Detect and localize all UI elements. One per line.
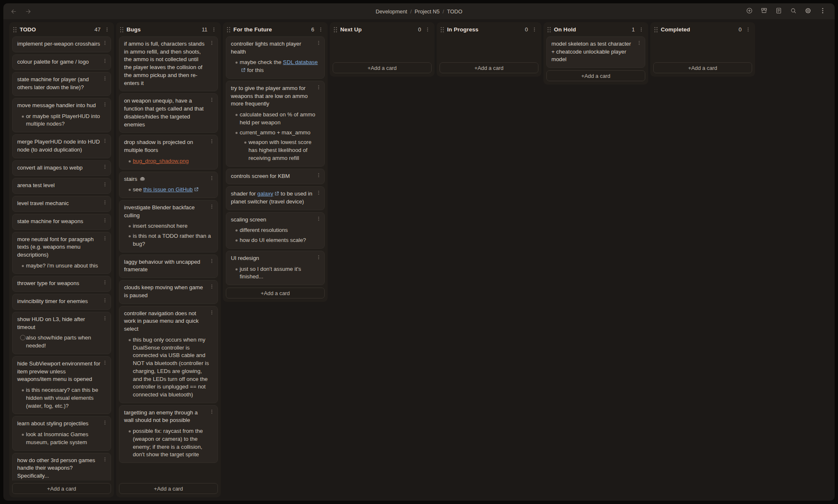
card[interactable]: show HUD on L3, hide after timeoutalso s…	[12, 312, 111, 354]
card-menu-button[interactable]	[209, 409, 215, 414]
card[interactable]: hide SubViewport environment for item pr…	[12, 356, 111, 414]
card-menu-button[interactable]	[102, 182, 108, 187]
column-menu-button[interactable]	[211, 27, 217, 32]
card-menu-button[interactable]	[209, 310, 215, 315]
card-menu-button[interactable]	[636, 40, 642, 46]
column-menu-button[interactable]	[745, 27, 751, 32]
card[interactable]: model skeleton as test character + cheat…	[546, 36, 645, 68]
card[interactable]: colour palette for game / logo	[12, 54, 111, 70]
card-link[interactable]: this issue on GitHub	[143, 186, 193, 193]
add-card-button[interactable]: +Add a card	[546, 70, 645, 81]
card-menu-button[interactable]	[316, 85, 321, 90]
card-menu-button[interactable]	[102, 218, 108, 223]
card[interactable]: laggy behaviour with uncapped framerate	[119, 255, 218, 278]
add-card-button[interactable]: +Add a card	[226, 288, 325, 298]
archive-button[interactable]	[758, 6, 769, 17]
card-link[interactable]: SDL database	[283, 59, 318, 65]
card[interactable]: drop shadow is projected on multiple flo…	[119, 135, 218, 169]
card-menu-button[interactable]	[102, 164, 108, 170]
card[interactable]: learn about styling projectileslook at I…	[12, 416, 111, 450]
card-link[interactable]: galaxy	[257, 190, 273, 197]
card[interactable]: move message handler into hudor maybe sp…	[12, 98, 111, 132]
column-menu-button[interactable]	[425, 27, 430, 32]
document-button[interactable]	[773, 6, 784, 17]
card-menu-button[interactable]	[316, 216, 321, 221]
card[interactable]: how do other 3rd person games handle the…	[12, 453, 111, 481]
card-menu-button[interactable]	[209, 284, 215, 289]
add-button[interactable]	[744, 6, 755, 17]
card-menu-button[interactable]	[102, 316, 108, 321]
drag-handle-icon[interactable]	[440, 27, 444, 33]
card-menu-button[interactable]	[209, 40, 215, 46]
drag-handle-icon[interactable]	[547, 27, 551, 33]
card[interactable]: more neutral font for paragraph texts (e…	[12, 232, 111, 274]
card[interactable]: level travel mechanic	[12, 196, 111, 212]
card-menu-button[interactable]	[102, 58, 108, 64]
card-menu-button[interactable]	[209, 97, 215, 103]
card-menu-button[interactable]	[209, 175, 215, 181]
card-menu-button[interactable]	[316, 255, 321, 260]
card[interactable]: on weapon unequip, have a function that …	[119, 93, 218, 133]
column-menu-button[interactable]	[639, 27, 644, 32]
card-link[interactable]: bug_drop_shadow.png	[133, 158, 189, 164]
card-menu-button[interactable]	[102, 200, 108, 205]
card[interactable]: state machine for weapons	[12, 214, 111, 230]
add-card-button[interactable]: +Add a card	[333, 62, 432, 73]
column-menu-button[interactable]	[318, 27, 323, 32]
card[interactable]: controller lights match player healthmay…	[226, 36, 325, 79]
drag-handle-icon[interactable]	[654, 27, 658, 33]
card-menu-button[interactable]	[102, 138, 108, 144]
drag-handle-icon[interactable]	[120, 27, 124, 33]
add-card-button[interactable]: +Add a card	[119, 483, 218, 494]
card-menu-button[interactable]	[316, 190, 321, 195]
card-menu-button[interactable]	[102, 298, 108, 303]
card[interactable]: targetting an enemy through a wall shoul…	[119, 405, 218, 463]
card-menu-button[interactable]	[102, 457, 108, 462]
card[interactable]: implement per-weapon crosshairs	[12, 36, 111, 52]
back-button[interactable]	[10, 8, 17, 15]
card[interactable]: convert all images to webp	[12, 160, 111, 176]
card-menu-button[interactable]	[102, 76, 108, 81]
breadcrumb-item-board[interactable]: Project N5	[414, 8, 440, 15]
card[interactable]: scaling screendifferent resolutionshow d…	[226, 212, 325, 249]
card-menu-button[interactable]	[102, 280, 108, 285]
column-menu-button[interactable]	[104, 27, 110, 32]
card[interactable]: thrower type for weapons	[12, 276, 111, 292]
card-menu-button[interactable]	[102, 102, 108, 107]
card[interactable]: try to give the player ammo for weapons …	[226, 81, 325, 167]
card-menu-button[interactable]	[209, 139, 215, 144]
card-menu-button[interactable]	[316, 172, 321, 178]
card-menu-button[interactable]	[102, 420, 108, 425]
drag-handle-icon[interactable]	[334, 27, 337, 33]
card[interactable]: UI redesignjust so I don't assume it's f…	[226, 251, 325, 285]
card-menu-button[interactable]	[102, 236, 108, 241]
add-card-button[interactable]: +Add a card	[440, 62, 538, 73]
card[interactable]: shader for galaxy to be used in planet s…	[226, 186, 325, 210]
card[interactable]: invincibility timer for enemies	[12, 294, 111, 310]
more-button[interactable]	[817, 6, 828, 17]
add-card-button[interactable]: +Add a card	[12, 483, 111, 494]
card-menu-button[interactable]	[102, 360, 108, 365]
drag-handle-icon[interactable]	[13, 27, 17, 33]
card-menu-button[interactable]	[209, 258, 215, 264]
card[interactable]: investigate Blender backface cullinginse…	[119, 200, 218, 252]
breadcrumb-item-view[interactable]: TODO	[447, 8, 463, 15]
card[interactable]: state machine for player (and others lat…	[12, 72, 111, 95]
search-button[interactable]	[788, 6, 799, 17]
card[interactable]: controller navigation does not work in p…	[119, 306, 218, 403]
card-menu-button[interactable]	[102, 40, 108, 46]
card[interactable]: stairs see this issue on GitHub	[119, 172, 218, 198]
column-menu-button[interactable]	[532, 27, 537, 32]
breadcrumb-item-workspace[interactable]: Development	[375, 8, 407, 15]
forward-button[interactable]	[25, 8, 32, 15]
card-menu-button[interactable]	[209, 204, 215, 209]
settings-button[interactable]	[802, 6, 813, 17]
card[interactable]: controls screen for KBM	[226, 169, 325, 185]
card[interactable]: arena test level	[12, 178, 111, 194]
checkbox-circle[interactable]	[20, 334, 26, 340]
add-card-button[interactable]: +Add a card	[653, 62, 752, 73]
card[interactable]: merge PlayerHUD node into HUD node (to a…	[12, 134, 111, 158]
card-menu-button[interactable]	[316, 40, 321, 46]
drag-handle-icon[interactable]	[227, 27, 230, 33]
card[interactable]: if ammo is full, characters stands in am…	[119, 36, 218, 91]
